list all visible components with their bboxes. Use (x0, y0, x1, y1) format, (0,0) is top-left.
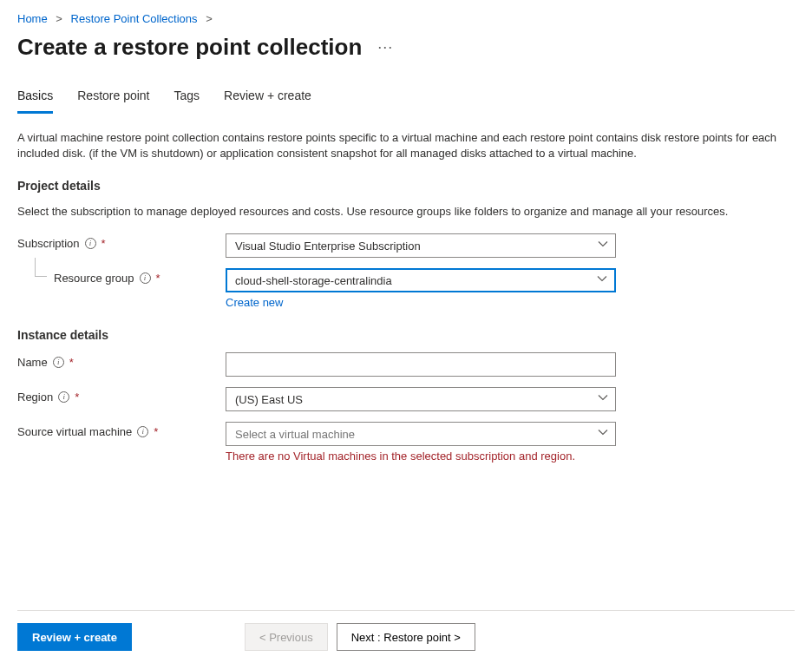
create-new-resource-group-link[interactable]: Create new (226, 292, 616, 309)
source-vm-placeholder: Select a virtual machine (235, 428, 355, 441)
page-description: A virtual machine restore point collecti… (17, 115, 795, 165)
chevron-down-icon (598, 428, 608, 441)
section-title-project-details: Project details (17, 165, 795, 198)
region-select[interactable]: (US) East US (226, 387, 616, 411)
hierarchy-line (35, 258, 47, 277)
info-icon[interactable]: i (140, 272, 151, 284)
row-source-vm: Source virtual machine i * Select a virt… (17, 417, 795, 468)
name-input[interactable] (226, 352, 616, 377)
breadcrumb-home[interactable]: Home (17, 12, 48, 25)
label-subscription-text: Subscription (17, 237, 80, 250)
previous-button: < Previous (245, 623, 328, 651)
footer: Review + create < Previous Next : Restor… (17, 610, 795, 663)
subscription-select[interactable]: Visual Studio Enterprise Subscription (226, 233, 616, 258)
row-region: Region i * (US) East US (17, 382, 795, 417)
info-icon[interactable]: i (137, 426, 148, 437)
source-vm-error: There are no Virtual machines in the sel… (226, 446, 616, 463)
required-mark: * (69, 356, 74, 369)
row-name: Name i * (17, 347, 795, 382)
info-icon[interactable]: i (85, 238, 96, 249)
label-resource-group-text: Resource group (54, 272, 134, 285)
resource-group-value: cloud-shell-storage-centralindia (235, 274, 392, 287)
breadcrumb-restore-point-collections[interactable]: Restore Point Collections (71, 12, 198, 25)
resource-group-select[interactable]: cloud-shell-storage-centralindia (226, 268, 616, 292)
review-create-button[interactable]: Review + create (17, 623, 132, 651)
tab-review-create[interactable]: Review + create (224, 85, 311, 114)
tab-restore-point[interactable]: Restore point (77, 85, 149, 114)
tab-tags[interactable]: Tags (174, 85, 200, 114)
instance-details-form: Name i * Region i * (US) East US (17, 347, 795, 468)
label-source-vm-text: Source virtual machine (17, 425, 132, 438)
info-icon[interactable]: i (58, 391, 69, 403)
chevron-down-icon (598, 393, 608, 406)
label-region: Region i * (17, 387, 226, 404)
required-mark: * (154, 425, 158, 438)
title-row: Create a restore point collection ··· (17, 32, 795, 76)
label-region-text: Region (17, 391, 53, 404)
section-desc-project-details: Select the subscription to manage deploy… (17, 198, 795, 228)
row-subscription: Subscription i * Visual Studio Enterpris… (17, 228, 795, 263)
section-title-instance-details: Instance details (17, 314, 795, 347)
label-source-vm: Source virtual machine i * (17, 422, 226, 438)
label-name-text: Name (17, 356, 48, 369)
subscription-value: Visual Studio Enterprise Subscription (235, 240, 421, 253)
project-details-form: Subscription i * Visual Studio Enterpris… (17, 228, 795, 314)
tab-basics[interactable]: Basics (17, 85, 53, 114)
label-name: Name i * (17, 352, 226, 369)
next-button[interactable]: Next : Restore point > (337, 623, 475, 651)
required-mark: * (102, 237, 106, 250)
info-icon[interactable]: i (53, 357, 64, 368)
chevron-right-icon: > (56, 12, 62, 25)
label-subscription: Subscription i * (17, 233, 226, 250)
page-title: Create a restore point collection (17, 34, 362, 61)
region-value: (US) East US (235, 393, 303, 406)
breadcrumb: Home > Restore Point Collections > (17, 9, 795, 32)
more-actions-button[interactable]: ··· (377, 38, 393, 56)
tabs: Basics Restore point Tags Review + creat… (17, 76, 795, 115)
chevron-down-icon (598, 240, 608, 253)
required-mark: * (156, 272, 160, 285)
row-resource-group: Resource group i * cloud-shell-storage-c… (17, 263, 795, 314)
required-mark: * (75, 391, 79, 404)
source-vm-select[interactable]: Select a virtual machine (226, 422, 616, 446)
label-resource-group: Resource group i * (17, 268, 226, 285)
chevron-right-icon: > (206, 12, 213, 25)
chevron-down-icon (597, 274, 607, 287)
